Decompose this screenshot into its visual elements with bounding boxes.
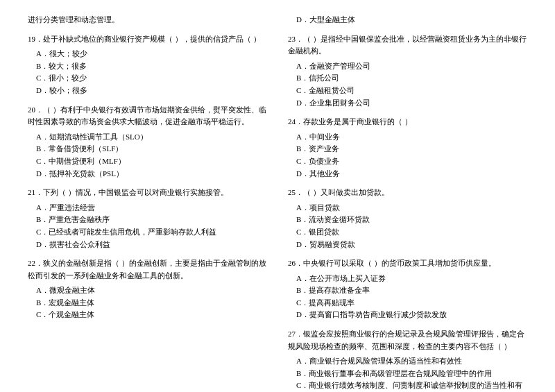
question-27-text: 27．银监会应按照商业银行的合规记录及合规风险管理评报告，确定合规风险现场检查的… <box>288 328 527 352</box>
option-20c: C．中期借贷便利（MLF） <box>36 155 267 168</box>
option-25c: C．银团贷款 <box>296 226 527 239</box>
option-19b: B．较大；很多 <box>36 60 267 73</box>
question-22: 22．狭义的金融创新是指（ ）的金融创新，主要是指由于金融管制的放松而引发的一系… <box>28 257 267 321</box>
option-24d: D．其他业务 <box>296 168 527 180</box>
option-21d: D．损害社会公众利益 <box>36 239 267 251</box>
option-22c: C．个观金融主体 <box>36 309 267 321</box>
page-wrapper: 进行分类管理和动态管理。 19．处于补缺式地位的商业银行资产规模（ ），提供的信… <box>28 14 527 392</box>
question-21: 21．下列（ ）情况，中国银监会可以对商业银行实施接管。 A．严重违法经营 B．… <box>28 187 267 250</box>
question-20: 20．（ ）有利于中央银行有效调节市场短期资金供给，熨平突发性、临时性因素导致的… <box>28 104 267 180</box>
option-25d: D．贸易融资贷款 <box>296 239 527 251</box>
option-23a: A．金融资产管理公司 <box>296 60 527 73</box>
option-22d: D．大型金融主体 <box>296 14 527 26</box>
option-19d: D．较小；很多 <box>36 85 267 97</box>
question-19: 19．处于补缺式地位的商业银行资产规模（ ），提供的信贷产品（ ） A．很大；较… <box>28 33 267 97</box>
option-21c: C．已经或者可能发生信用危机，严重影响存款人利益 <box>36 226 267 239</box>
option-20d: D．抵押补充贷款（PSL） <box>36 168 267 180</box>
question-26: 26．中央银行可以采取（ ）的货币政策工具增加货币供应量。 A．在公开市场上买入… <box>288 257 527 321</box>
question-23: 23．（ ）是指经中国银保监会批准，以经营融资租赁业务为主的非银行金融机构。 A… <box>288 33 527 110</box>
option-26c: C．提高再贴现率 <box>296 297 527 309</box>
option-24b: B．资产业务 <box>296 143 527 155</box>
option-25b: B．流动资金循环贷款 <box>296 214 527 226</box>
option-26d: D．提高窗口指导劝告商业银行减少贷款发放 <box>296 309 527 321</box>
option-20a: A．短期流动性调节工具（SLO） <box>36 131 267 144</box>
option-22b: B．宏观金融主体 <box>36 297 267 309</box>
option-27b: B．商业银行董事会和高级管理层在合规风险管理中的作用 <box>296 368 527 380</box>
option-24c: C．负债业务 <box>296 155 527 168</box>
option-20b: B．常备借贷便利（SLF） <box>36 143 267 155</box>
top-text: 进行分类管理和动态管理。 <box>28 14 267 26</box>
option-26b: B．提高存款准备金率 <box>296 284 527 297</box>
main-content: 进行分类管理和动态管理。 19．处于补缺式地位的商业银行资产规模（ ），提供的信… <box>28 14 527 392</box>
option-21a: A．严重违法经营 <box>36 202 267 214</box>
option-24a: A．中间业务 <box>296 131 527 144</box>
left-column: 进行分类管理和动态管理。 19．处于补缺式地位的商业银行资产规模（ ），提供的信… <box>28 14 267 392</box>
question-24-text: 24．存款业务是属于商业银行的（ ） <box>288 116 527 128</box>
option-27c: C．商业银行绩效考核制度、问责制度和诚信举报制度的适当性和有效性 <box>296 380 527 392</box>
question-21-text: 21．下列（ ）情况，中国银监会可以对商业银行实施接管。 <box>28 187 267 199</box>
option-27a: A．商业银行合规风险管理体系的适当性和有效性 <box>296 355 527 368</box>
question-23-text: 23．（ ）是指经中国银保监会批准，以经营融资租赁业务为主的非银行金融机构。 <box>288 33 527 58</box>
option-19a: A．很大；较少 <box>36 48 267 60</box>
question-22-text: 22．狭义的金融创新是指（ ）的金融创新，主要是指由于金融管制的放松而引发的一系… <box>28 257 267 282</box>
question-19-text: 19．处于补缺式地位的商业银行资产规模（ ），提供的信贷产品（ ） <box>28 33 267 46</box>
question-26-text: 26．中央银行可以采取（ ）的货币政策工具增加货币供应量。 <box>288 257 527 270</box>
question-25-text: 25．（ ）又叫做卖出加贷款。 <box>288 187 527 199</box>
option-23c: C．金融租赁公司 <box>296 85 527 97</box>
question-20-text: 20．（ ）有利于中央银行有效调节市场短期资金供给，熨平突发性、临时性因素导致的… <box>28 104 267 128</box>
option-19c: C．很小；较少 <box>36 72 267 85</box>
question-27: 27．银监会应按照商业银行的合规记录及合规风险管理评报告，确定合规风险现场检查的… <box>288 328 527 392</box>
question-25: 25．（ ）又叫做卖出加贷款。 A．项目贷款 B．流动资金循环贷款 C．银团贷款… <box>288 187 527 250</box>
right-column: D．大型金融主体 23．（ ）是指经中国银保监会批准，以经营融资租赁业务为主的非… <box>288 14 527 392</box>
question-22-cont: D．大型金融主体 <box>288 14 527 26</box>
question-24: 24．存款业务是属于商业银行的（ ） A．中间业务 B．资产业务 C．负债业务 … <box>288 116 527 180</box>
option-23b: B．信托公司 <box>296 72 527 85</box>
option-23d: D．企业集团财务公司 <box>296 97 527 110</box>
option-22a: A．微观金融主体 <box>36 284 267 297</box>
option-21b: B．严重危害金融秩序 <box>36 214 267 226</box>
option-25a: A．项目贷款 <box>296 202 527 214</box>
option-26a: A．在公开市场上买入证券 <box>296 273 527 285</box>
